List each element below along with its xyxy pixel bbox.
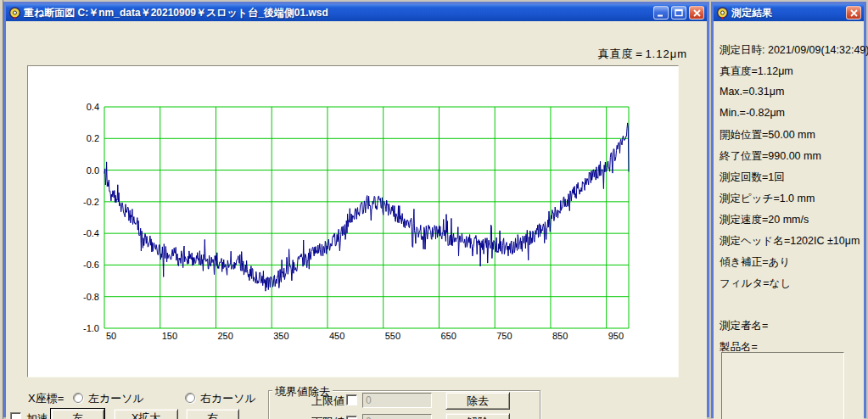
release-button[interactable]: 解除: [445, 413, 510, 419]
lower-limit-input[interactable]: [362, 414, 432, 419]
y-tick-label: -1.0: [83, 323, 99, 333]
lower-limit-checkbox[interactable]: [346, 416, 357, 419]
close-icon: [850, 9, 858, 17]
left-cursor-radio[interactable]: [73, 393, 83, 403]
field-tilt-correction: 傾き補正=あり: [720, 255, 790, 270]
x-zoom-button[interactable]: X拡大: [114, 409, 178, 419]
straightness-readout: 真直度＝1.12μm: [597, 47, 687, 62]
field-operator-name: 測定者名=: [720, 319, 768, 333]
field-measure-count: 測定回数=1回: [720, 170, 785, 185]
x-tick-label: 650: [440, 331, 456, 341]
minimize-icon: [657, 9, 665, 17]
field-max: Max.=0.31μm: [720, 86, 784, 98]
field-start-position: 開始位置=50.00 mm: [720, 128, 815, 142]
app-icon: [8, 7, 21, 20]
x-tick-label: 250: [217, 331, 232, 341]
result-close-button[interactable]: [846, 6, 861, 20]
field-end-position: 終了位置=990.00 mm: [720, 149, 821, 164]
y-tick-label: 0.0: [87, 165, 99, 176]
x-tick-label: 950: [608, 331, 624, 341]
upper-limit-label: 上限値: [311, 394, 344, 409]
result-titlebar: 測定結果: [714, 4, 864, 21]
field-measure-speed: 測定速度=20 mm/s: [720, 213, 809, 227]
remove-button[interactable]: 除去: [445, 392, 510, 410]
maximize-button[interactable]: [671, 6, 686, 20]
x-tick-label: 550: [385, 331, 400, 341]
x-tick-label: 850: [552, 331, 568, 341]
y-tick-label: -0.2: [83, 197, 99, 207]
boundary-removal-group: 境界値除去 上限値 除去 下限値 解除: [268, 390, 540, 419]
desktop: 重ね断面図 C:￥nm_data￥20210909￥スロット台_後端側01.ws…: [0, 0, 868, 419]
field-filter: フィルタ=なし: [720, 277, 791, 291]
window-title: 重ね断面図 C:￥nm_data￥20210909￥スロット台_後端側01.ws…: [24, 6, 651, 20]
main-titlebar: 重ね断面図 C:￥nm_data￥20210909￥スロット台_後端側01.ws…: [6, 4, 707, 21]
result-client-area: 測定日時: 2021/09/09(14:32:49) 真直度=1.12μm Ma…: [714, 38, 864, 419]
close-icon: [693, 9, 701, 17]
accelerate-label: 加速: [26, 411, 48, 419]
right-cursor-label: 右カーソル: [200, 391, 256, 406]
field-straightness: 真直度=1.12μm: [720, 64, 793, 79]
y-tick-label: -0.4: [83, 228, 99, 238]
close-button[interactable]: [689, 6, 704, 20]
x-tick-label: 50: [106, 331, 116, 341]
right-cursor-radio[interactable]: [185, 393, 195, 403]
profile-chart-svg: 501502503504505506507508509500.40.20.0-0…: [28, 66, 680, 378]
x-tick-label: 750: [496, 331, 512, 341]
x-tick-label: 150: [162, 331, 177, 341]
left-cursor-label: 左カーソル: [88, 391, 144, 406]
accelerate-checkbox[interactable]: [10, 412, 21, 419]
product-memo-box[interactable]: [721, 352, 844, 419]
result-window: 測定結果 測定日時: 2021/09/09(14:32:49) 真直度=1.12…: [711, 2, 866, 418]
upper-limit-input[interactable]: [362, 393, 432, 408]
x-coord-label: X座標=: [28, 391, 64, 406]
field-min: Min.=-0.82μm: [720, 107, 785, 119]
move-left-button[interactable]: 左: [51, 409, 104, 419]
field-head-name: 測定ヘッド名=1202IC ±10μm: [720, 234, 860, 249]
result-window-title: 測定結果: [731, 6, 843, 20]
upper-limit-checkbox[interactable]: [346, 394, 357, 405]
maximize-icon: [675, 8, 683, 17]
x-tick-label: 450: [329, 331, 344, 341]
minimize-button[interactable]: [653, 6, 669, 20]
chart-panel: 501502503504505506507508509500.40.20.0-0…: [27, 65, 679, 377]
app-icon: [716, 7, 729, 20]
move-right-button[interactable]: 右: [186, 409, 239, 419]
profile-trace: [104, 123, 629, 291]
y-tick-label: -0.8: [83, 292, 99, 302]
lower-limit-label: 下限値: [311, 415, 344, 419]
main-client-area: 真直度＝1.12μm 50150250350450550650750850950…: [6, 38, 707, 419]
y-tick-label: -0.6: [83, 260, 99, 270]
field-measure-pitch: 測定ピッチ=1.0 mm: [720, 192, 815, 206]
y-tick-label: 0.4: [87, 102, 99, 112]
x-tick-label: 350: [273, 331, 288, 341]
field-measure-datetime: 測定日時: 2021/09/09(14:32:49): [720, 43, 868, 58]
y-tick-label: 0.2: [87, 133, 99, 143]
main-window: 重ね断面図 C:￥nm_data￥20210909￥スロット台_後端側01.ws…: [3, 2, 709, 417]
